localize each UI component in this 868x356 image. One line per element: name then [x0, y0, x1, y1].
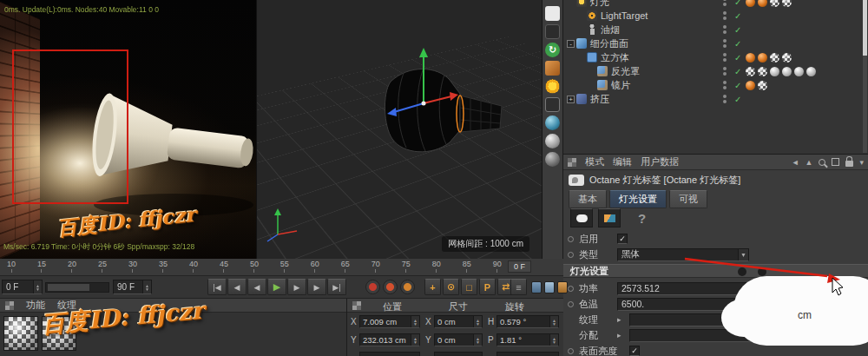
tab-可视[interactable]: 可视 — [669, 190, 707, 208]
anim-dot-icon[interactable] — [568, 286, 574, 292]
record-key-toggle[interactable]: ⊙ — [443, 279, 459, 295]
object-label[interactable]: 挤压 — [590, 93, 609, 106]
timeline-ruler[interactable]: 1015202530354045505560657075808590 0 F — [0, 259, 563, 276]
visibility-dots[interactable] — [723, 94, 727, 104]
record-options-button[interactable] — [400, 280, 415, 294]
material-chip-checker[interactable] — [770, 0, 779, 7]
record-parameter-toggle[interactable]: P — [479, 279, 496, 295]
enabled-check-icon[interactable]: ✓ — [734, 11, 741, 21]
spinner-icon[interactable]: ▲▼ — [411, 334, 419, 346]
position-y-input[interactable]: 232.013 cm▲▼ — [359, 333, 420, 346]
nav-back-icon[interactable]: ◄ — [792, 158, 799, 167]
nav-up-icon[interactable]: ▲ — [806, 158, 813, 167]
panel-menu-icon[interactable] — [5, 301, 14, 310]
enabled-check-icon[interactable]: ✓ — [734, 53, 741, 63]
object-row[interactable]: LightTarget✓ — [563, 9, 868, 23]
object-row[interactable]: 油烟✓ — [563, 23, 868, 36]
octane-live-viewer[interactable]: 0ms. Update(L):0ms. Nodes:40 Movable:11 … — [0, 0, 257, 259]
size-x-input[interactable]: 0 cm▲▼ — [434, 315, 483, 328]
layout-window-icon-1[interactable] — [531, 281, 542, 293]
object-row[interactable]: +挤压✓ — [563, 92, 868, 106]
material-chip-checker[interactable] — [746, 67, 755, 76]
expand-triangle-icon[interactable]: ▸ — [617, 331, 621, 340]
material-chip-checker[interactable] — [782, 0, 792, 7]
live-viewer-icon[interactable] — [545, 6, 560, 21]
goto-start-button[interactable]: |◀ — [207, 279, 227, 295]
object-label[interactable]: LightTarget — [601, 10, 648, 21]
panel-menu-icon[interactable] — [568, 158, 576, 167]
material-chip-orange[interactable] — [746, 0, 755, 7]
material-chip-checker[interactable] — [758, 81, 767, 90]
anim-dot-icon[interactable] — [568, 252, 574, 258]
camera-icon[interactable] — [545, 97, 560, 112]
material-chip-orange[interactable] — [758, 53, 767, 63]
key-interpolation-button[interactable]: ≡ — [510, 279, 527, 295]
material-chip-white[interactable] — [806, 67, 816, 76]
object-label[interactable]: 油烟 — [601, 23, 620, 36]
spinner-icon[interactable]: ▲▼ — [549, 316, 558, 327]
visibility-dots[interactable] — [723, 0, 727, 7]
help-icon[interactable]: ? — [638, 211, 646, 226]
texture-picker-icon[interactable] — [545, 24, 560, 39]
object-row[interactable]: -细分曲面✓ — [563, 36, 868, 50]
paint-icon[interactable] — [545, 61, 560, 76]
goto-end-button[interactable]: ▶| — [327, 279, 346, 295]
spinner-icon[interactable]: ▲▼ — [473, 316, 482, 327]
record-position-toggle[interactable]: + — [424, 279, 441, 295]
spinner-icon[interactable]: ▲▼ — [411, 316, 419, 327]
refresh-icon[interactable]: ↻ — [545, 43, 560, 57]
record-keyframe-button[interactable] — [365, 280, 380, 294]
tab-基本[interactable]: 基本 — [569, 190, 607, 208]
material-chip-white[interactable] — [794, 67, 804, 76]
sphere-teal-icon[interactable] — [545, 115, 560, 130]
prev-key-button[interactable]: ◀ — [227, 279, 247, 295]
enabled-check-icon[interactable]: ✓ — [734, 0, 741, 7]
expand-triangle-icon[interactable]: ▸ — [617, 315, 621, 324]
visibility-dots[interactable] — [723, 24, 727, 35]
enabled-check-icon[interactable]: ✓ — [734, 81, 741, 90]
frame-icon[interactable] — [832, 158, 839, 166]
spinner-icon[interactable]: ▲▼ — [142, 280, 151, 293]
anim-dot-icon[interactable] — [568, 301, 574, 307]
play-button[interactable]: ▶ — [267, 279, 286, 295]
material-chip-orange[interactable] — [758, 0, 767, 7]
chevron-down-icon[interactable]: ▾ — [859, 158, 864, 167]
menu-edit[interactable]: 编辑 — [613, 155, 632, 168]
visibility-dots[interactable] — [723, 38, 727, 49]
autokey-button[interactable] — [383, 280, 398, 294]
rotation-b-input[interactable] — [496, 352, 559, 356]
surface-brightness-checkbox[interactable]: ✓ — [629, 346, 640, 356]
position-x-input[interactable]: 7.009 cm▲▼ — [359, 315, 420, 328]
anim-dot-icon[interactable] — [568, 236, 574, 242]
tab-灯光设置[interactable]: 灯光设置 — [609, 190, 667, 208]
visibility-dots[interactable] — [723, 66, 727, 76]
spinner-icon[interactable]: ▲▼ — [33, 280, 42, 293]
material-chip-orange[interactable] — [746, 81, 755, 90]
type-dropdown[interactable]: 黑体 ▼ — [617, 248, 749, 261]
spinner-icon[interactable]: ▲▼ — [473, 334, 482, 346]
size-z-input[interactable] — [434, 352, 483, 356]
record-scale-toggle[interactable]: □ — [461, 279, 477, 295]
size-y-input[interactable]: 0 cm▲▼ — [434, 333, 483, 346]
material-chip-checker[interactable] — [758, 67, 767, 76]
enable-checkbox[interactable]: ✓ — [617, 234, 628, 244]
material-chip-orange[interactable] — [746, 53, 755, 63]
object-row[interactable]: 立方体✓ — [563, 50, 868, 64]
object-manager-scrollbar[interactable] — [863, 0, 867, 153]
sphere-gray-icon[interactable] — [545, 152, 560, 167]
timeline-range-slider[interactable] — [45, 282, 109, 293]
light-preset-button-2[interactable] — [598, 208, 621, 227]
viewport-3d[interactable]: 网格间距 : 1000 cm — [257, 0, 542, 259]
light-preset-button-1[interactable] — [570, 208, 593, 227]
object-row[interactable]: 反光罩✓ — [563, 64, 868, 78]
sphere-light-icon[interactable] — [545, 134, 560, 148]
layout-window-icon-2[interactable] — [544, 281, 555, 293]
current-frame-box[interactable]: 0 F — [508, 260, 531, 273]
object-row[interactable]: 镜片✓ — [563, 78, 868, 92]
search-icon[interactable] — [819, 159, 825, 166]
menu-user-data[interactable]: 用户数据 — [641, 155, 679, 168]
visibility-dots[interactable] — [723, 52, 727, 63]
object-row[interactable]: 灯光✓ — [563, 0, 868, 9]
enabled-check-icon[interactable]: ✓ — [734, 95, 741, 104]
material-chip-white[interactable] — [770, 67, 779, 76]
